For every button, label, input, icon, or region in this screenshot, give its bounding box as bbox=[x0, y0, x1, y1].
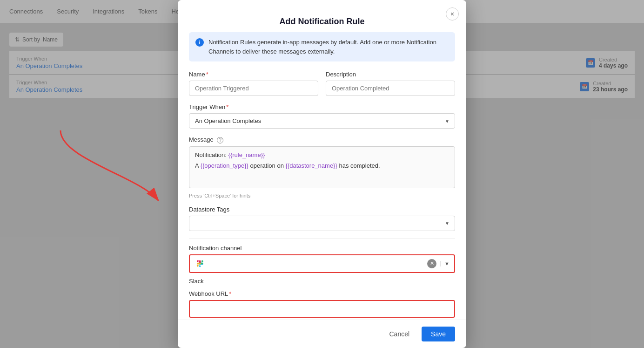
trigger-when-select[interactable]: An Operation Completes bbox=[189, 113, 455, 129]
name-description-row: Name* Description bbox=[189, 71, 455, 96]
trigger-when-label: Trigger When* bbox=[189, 103, 455, 110]
divider bbox=[189, 239, 455, 239]
message-line2-c: has completed. bbox=[337, 162, 380, 169]
datastore-tags-select[interactable] bbox=[189, 216, 455, 231]
message-var-rule-name: {{rule_name}} bbox=[228, 151, 265, 158]
modal-title: Add Notification Rule bbox=[189, 9, 455, 32]
datastore-tags-label: Datastore Tags bbox=[189, 206, 455, 213]
modal-body: i Notification Rules generate in-app mes… bbox=[178, 32, 466, 320]
message-var-datastore: {{datastore_name}} bbox=[285, 162, 337, 169]
description-input[interactable] bbox=[326, 81, 455, 96]
message-line1-prefix: Notification: bbox=[195, 151, 228, 158]
message-line2-b: operation on bbox=[248, 162, 286, 169]
message-line1: Notification: {{rule_name}} bbox=[195, 151, 449, 158]
slack-icon bbox=[195, 258, 206, 269]
notification-channel-group: Notification channel ✕ bbox=[189, 245, 455, 273]
trigger-required: * bbox=[226, 103, 228, 110]
channel-clear-button[interactable]: ✕ bbox=[427, 259, 436, 268]
cancel-button[interactable]: Cancel bbox=[382, 327, 417, 341]
message-hint: Press 'Ctrl+Space' for hints bbox=[189, 193, 455, 198]
info-text: Notification Rules generate in-app messa… bbox=[208, 38, 449, 56]
channel-dropdown-button[interactable]: ▼ bbox=[440, 261, 449, 266]
webhook-group: Webhook URL* bbox=[189, 290, 455, 318]
channel-input-wrapper: ✕ ▼ bbox=[189, 254, 455, 273]
name-input[interactable] bbox=[189, 81, 318, 96]
modal-footer: Cancel Save bbox=[178, 320, 466, 348]
message-label: Message ? bbox=[189, 136, 455, 143]
name-label: Name* bbox=[189, 71, 318, 78]
message-group: Message ? Notification: {{rule_name}} A … bbox=[189, 136, 455, 198]
trigger-when-select-wrapper: An Operation Completes bbox=[189, 113, 455, 129]
description-group: Description bbox=[326, 71, 455, 96]
message-var-op-type: {{operation_type}} bbox=[201, 162, 248, 169]
name-group: Name* bbox=[189, 71, 318, 96]
name-required: * bbox=[206, 71, 208, 78]
slack-label: Slack bbox=[189, 278, 455, 285]
save-button[interactable]: Save bbox=[422, 327, 455, 341]
datastore-tags-wrapper bbox=[189, 216, 455, 231]
notification-channel-label: Notification channel bbox=[189, 245, 455, 252]
webhook-required: * bbox=[229, 290, 231, 297]
modal-header: Add Notification Rule × bbox=[178, 0, 466, 32]
datastore-tags-group: Datastore Tags bbox=[189, 206, 455, 231]
trigger-when-group: Trigger When* An Operation Completes bbox=[189, 103, 455, 129]
message-line2-a: A bbox=[195, 162, 201, 169]
message-line2: A {{operation_type}} operation on {{data… bbox=[195, 162, 449, 169]
info-icon: i bbox=[195, 38, 204, 47]
add-notification-rule-modal: Add Notification Rule × i Notification R… bbox=[178, 0, 466, 348]
message-textarea[interactable]: Notification: {{rule_name}} A {{operatio… bbox=[189, 146, 455, 188]
message-help-icon[interactable]: ? bbox=[217, 137, 223, 143]
info-banner: i Notification Rules generate in-app mes… bbox=[189, 32, 455, 61]
webhook-label: Webhook URL* bbox=[189, 290, 455, 297]
webhook-input[interactable] bbox=[189, 300, 455, 318]
description-label: Description bbox=[326, 71, 455, 78]
close-button[interactable]: × bbox=[446, 7, 459, 20]
